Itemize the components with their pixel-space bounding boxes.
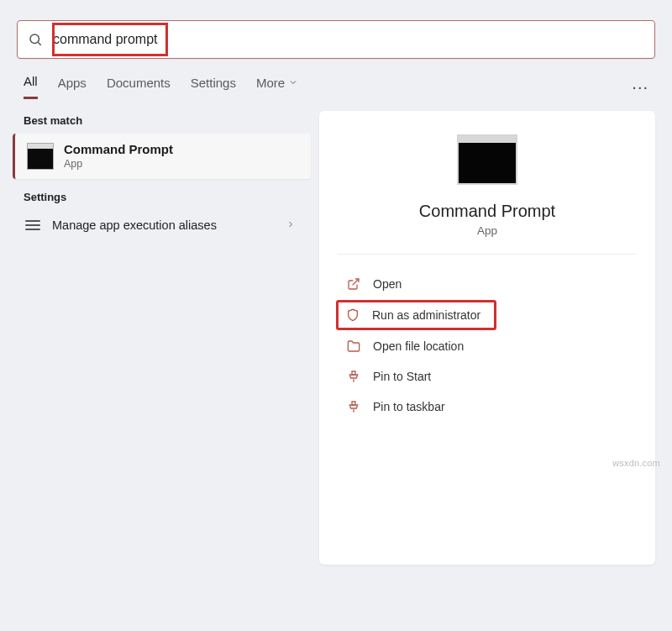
detail-title: Command Prompt	[419, 202, 555, 221]
action-label: Pin to Start	[373, 370, 431, 383]
section-best-match: Best match	[24, 114, 311, 127]
results-column: Best match Command Prompt App Settings M…	[15, 111, 311, 565]
folder-icon	[346, 339, 361, 354]
svg-line-1	[38, 42, 40, 45]
tab-more[interactable]: More	[256, 76, 298, 98]
watermark: wsxdn.com	[612, 458, 660, 468]
action-open-file-location[interactable]: Open file location	[338, 332, 472, 360]
result-manage-aliases[interactable]: Manage app execution aliases	[15, 210, 311, 240]
action-label: Open file location	[373, 339, 464, 353]
tab-more-label: More	[256, 76, 285, 90]
action-label: Pin to taskbar	[373, 400, 445, 413]
detail-panel: Command Prompt App Open Run as administr…	[319, 111, 655, 565]
shield-icon	[345, 308, 360, 323]
result-command-prompt[interactable]: Command Prompt App	[13, 134, 311, 179]
action-pin-to-start[interactable]: Pin to Start	[338, 362, 439, 391]
list-icon	[25, 220, 40, 230]
result-subtitle: App	[64, 157, 173, 171]
command-prompt-icon-large	[457, 134, 517, 185]
search-bar[interactable]	[17, 20, 655, 59]
tab-all[interactable]: All	[24, 74, 38, 99]
settings-item-label: Manage app execution aliases	[52, 218, 217, 232]
action-open[interactable]: Open	[338, 270, 410, 298]
tab-settings[interactable]: Settings	[191, 76, 236, 98]
action-label: Open	[373, 277, 402, 291]
svg-point-0	[30, 34, 39, 44]
chevron-right-icon	[286, 218, 296, 232]
action-label: Run as administrator	[372, 308, 480, 322]
search-input[interactable]	[51, 31, 644, 48]
pin-icon	[346, 399, 361, 414]
pin-icon	[346, 369, 361, 384]
more-options-button[interactable]: ···	[632, 77, 648, 97]
open-icon	[346, 276, 361, 292]
section-settings: Settings	[24, 191, 311, 203]
tab-apps[interactable]: Apps	[58, 76, 87, 98]
search-icon	[28, 32, 43, 47]
command-prompt-icon	[27, 143, 54, 170]
detail-subtitle: App	[477, 224, 497, 237]
svg-line-2	[353, 279, 359, 285]
tab-documents[interactable]: Documents	[107, 76, 171, 98]
divider	[338, 254, 637, 255]
result-title: Command Prompt	[64, 142, 173, 157]
filter-tabs: All Apps Documents Settings More ···	[0, 59, 672, 99]
chevron-down-icon	[288, 77, 298, 87]
action-run-as-administrator[interactable]: Run as administrator	[336, 300, 496, 330]
action-pin-to-taskbar[interactable]: Pin to taskbar	[338, 392, 454, 421]
